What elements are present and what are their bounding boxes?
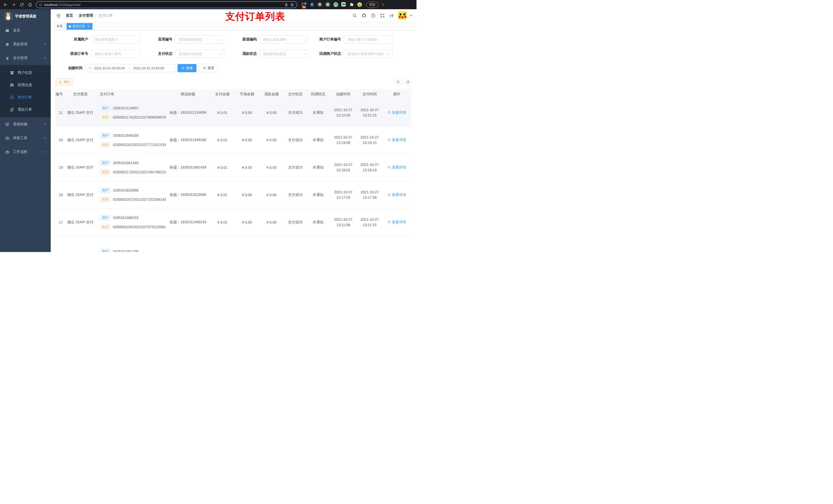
extension-smiley-icon[interactable] [357,2,362,7]
pay-status-select[interactable] [175,50,224,58]
date-range-picker[interactable]: 2021-10-01 00:00:00 - 2021-10-31 23:59:5… [86,64,175,72]
cell-refund-amount: ¥ 0.00 [259,138,284,142]
view-detail-link[interactable]: 查看详情 [387,220,406,224]
cell-notify-status: 未通知 [307,220,329,224]
merchant-input[interactable] [91,35,140,44]
sidebar-item-app-info[interactable]: 应用信息 [0,79,51,91]
filter-pay-status: 支付状态 [140,50,224,58]
cell-pay-amount: ¥ 0.01 [210,193,235,197]
page-title-annotation: 支付订单列表 [225,10,285,23]
share-icon[interactable] [284,3,288,7]
table-row[interactable]: 20 微信 JSAPI 支付 商户 1635311949168 支付 42000… [55,126,411,154]
search-icon[interactable] [351,12,359,20]
forward-icon[interactable] [10,1,17,8]
sidebar-item-system[interactable]: 系统管理 [0,38,51,51]
pay-tag: 支付 [100,224,111,230]
cell-fee-amount: ¥ 0.00 [235,138,259,142]
table-row[interactable]: 19 微信 JSAPI 支付 商户 1635311881440 支付 42000… [55,154,411,181]
cell-channel: 微信 JSAPI 支付 [63,220,97,224]
merchant-tag: 商户 [100,215,111,220]
app-logo-row[interactable]: 芋道管理系统 [0,9,51,24]
browser-menu-icon[interactable]: ⋮ [381,3,385,7]
cell-order: 商户 1635311468233 支付 42000011942021102767… [97,214,166,231]
extension-balloon-icon[interactable] [310,2,314,7]
reload-icon[interactable] [19,1,25,8]
cell-create-time: 2021-10-2713:17:03 [329,190,357,200]
search-button[interactable]: 搜索 [177,64,196,72]
app-select[interactable] [175,35,224,44]
tag-close-icon[interactable]: × [87,25,90,28]
export-button[interactable]: 导出 [55,78,73,86]
fullscreen-icon[interactable] [378,12,386,20]
channel-order-no-input[interactable] [91,50,140,58]
sidebar-toggle-icon[interactable] [54,13,62,18]
extension-command-icon[interactable]: ⌘ [318,2,322,7]
clock-icon [88,66,92,70]
refund-status-select[interactable] [260,50,308,58]
caret-down-icon[interactable] [410,15,412,18]
cell-pay-time: 2021-10-2713:18:10 [357,162,382,173]
view-detail-link[interactable]: 查看详情 [387,111,406,115]
filter-notify-status: 回调商户状态 [308,50,393,58]
address-bar[interactable]: localhost:1024/pay/order [36,1,297,8]
extension-y-icon[interactable]: y [334,2,338,7]
browser-update-button[interactable]: 更新 [366,2,379,8]
sidebar-item-pay-order[interactable]: ¥ 支付订单 [0,91,51,103]
avatar[interactable] [398,11,407,20]
filter-channel-order-no: 渠道订单号 [55,50,140,58]
view-detail-link[interactable]: 查看详情 [387,193,406,197]
sidebar-item-label: 研发工具 [13,136,44,140]
table-row[interactable]: 18 微信 JSAPI 支付 商户 1635311823086 支付 42000… [55,181,411,209]
refund-doc-icon [10,107,14,112]
extension-ring-icon[interactable] [326,2,330,7]
sidebar-item-devtools[interactable]: 研发工具 [0,131,51,145]
sidebar-item-label: 工作流程 [13,149,44,154]
tag-home[interactable]: 首页 [54,23,65,30]
sidebar-item-workflow[interactable]: 工作流程 [0,145,51,159]
home-icon[interactable] [27,1,33,8]
help-icon[interactable] [369,12,377,20]
merchant-order-number: 1635311351706 [113,249,138,252]
table-row[interactable]: 21 微信 JSAPI 支付 商户 1635312124657 支付 42000… [55,99,411,126]
sidebar-item-home[interactable]: 首页 [0,24,51,38]
view-detail-link[interactable]: 查看详情 [387,165,406,170]
chevron-down-icon [44,123,47,126]
github-icon[interactable] [360,12,368,20]
cell-pay-status: 支付成功 [284,111,307,115]
extension-chat-icon[interactable] [341,2,346,7]
navbar: 首页 / 支付管理 / 支付订单 支付订单列表 ᴛT [51,9,416,22]
table-header: 编号 支付渠道 支付订单 商品标题 支付金额 手续金额 退款金额 支付状态 回调… [55,89,411,99]
cell-pay-time: 2021-10-2713:17:08 [357,190,382,200]
site-info-icon[interactable] [39,3,42,6]
table-row[interactable]: 17 微信 JSAPI 支付 商户 1635311468233 支付 42000… [55,209,411,236]
notify-status-select[interactable] [344,50,393,58]
sidebar-item-refund-order[interactable]: 退款订单 [0,103,51,116]
cell-notify-status: 未通知 [307,111,329,115]
tag-pay-order[interactable]: 支付订单 × [67,23,93,30]
cell-id: 19 [55,165,63,170]
dashboard-icon [5,28,9,33]
briefcase-icon [5,150,9,154]
reset-button[interactable]: 重置 [199,64,218,72]
toolbox-icon [5,136,9,140]
sidebar-item-pay[interactable]: ¥ 支付管理 [0,51,51,65]
cell-create-time: 2021-10-2713:22:05 [329,107,357,118]
font-size-icon[interactable]: ᴛT [387,13,396,19]
cell-order: 商户 1635311949168 支付 42000011812021102777… [97,131,166,149]
filter-row-1: 所属商户 应用编号 渠道编码 商户订单编号 [55,35,416,44]
back-icon[interactable] [2,1,9,8]
view-detail-link[interactable]: 查看详情 [387,138,406,142]
refresh-icon[interactable] [404,78,411,86]
extension-blue-diamond-icon[interactable]: 10 [302,2,306,7]
extensions-puzzle-icon[interactable] [349,2,354,7]
sidebar-item-merchant-info[interactable]: 商户信息 [0,67,51,79]
bookmark-star-icon[interactable] [290,3,294,7]
cell-channel: 微信 JSAPI 支付 [63,165,97,170]
sidebar-item-infra[interactable]: 基础设施 [0,117,51,131]
breadcrumb-home[interactable]: 首页 [66,13,73,18]
breadcrumb-pay-manage[interactable]: 支付管理 [79,13,93,18]
toggle-search-icon[interactable] [395,78,402,86]
cell-refund-amount: ¥ 0.00 [259,220,284,224]
channel-code-select[interactable] [260,35,308,44]
merchant-order-no-input[interactable] [344,35,393,44]
